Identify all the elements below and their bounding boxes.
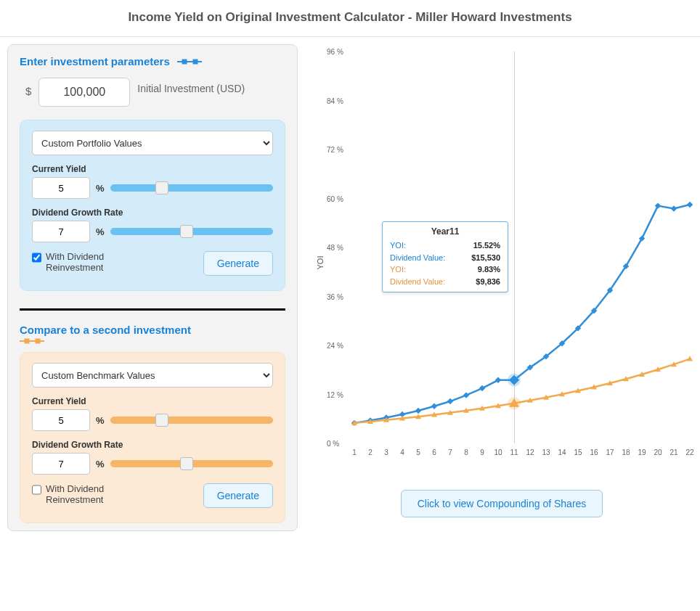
x-tick-label: 13 [542, 448, 550, 456]
x-tick-label: 9 [480, 448, 484, 456]
y-tick-label: 0 % [327, 440, 339, 448]
portfolio-reinvest-checkbox-wrap[interactable]: With Dividend Reinvestment [32, 251, 155, 273]
tooltip-row-value: $9,836 [476, 276, 500, 288]
portfolio-current-yield-slider[interactable] [110, 184, 273, 192]
tooltip-row-label: Dividend Value: [390, 276, 445, 288]
y-tick-label: 36 % [327, 292, 343, 300]
y-tick-label: 72 % [327, 146, 343, 154]
svg-rect-5 [431, 403, 437, 409]
x-tick-label: 10 [494, 448, 502, 456]
x-tick-label: 21 [670, 448, 677, 456]
portfolio-growth-slider[interactable] [110, 228, 273, 235]
x-tick-label: 1 [352, 448, 357, 456]
svg-rect-7 [463, 392, 469, 398]
benchmark-growth-input[interactable] [32, 453, 90, 475]
percent-label: % [96, 459, 105, 469]
currency-symbol: $ [25, 78, 31, 97]
initial-investment-input[interactable] [38, 78, 130, 107]
svg-rect-4 [415, 408, 421, 414]
portfolio-panel: Custom Portfolio Values Current Yield % … [20, 120, 285, 291]
portfolio-values-select[interactable]: Custom Portfolio Values [32, 131, 273, 155]
benchmark-current-yield-slider[interactable] [110, 417, 273, 424]
x-tick-label: 3 [384, 448, 388, 456]
y-tick-label: 96 % [327, 48, 343, 56]
x-tick-label: 19 [638, 448, 646, 456]
view-compounding-button[interactable]: Click to view Compounding of Shares [401, 490, 603, 517]
tooltip-row-value: 9.83% [478, 263, 500, 276]
svg-rect-9 [495, 377, 501, 383]
section-compare-title: Compare to a second investment [20, 324, 285, 336]
benchmark-growth-slider[interactable] [110, 460, 273, 467]
x-tick-label: 17 [606, 448, 614, 456]
x-tick-label: 22 [685, 448, 693, 456]
benchmark-reinvest-label: With Dividend Reinvestment [46, 483, 155, 505]
benchmark-reinvest-checkbox-wrap[interactable]: With Dividend Reinvestment [32, 483, 155, 505]
x-tick-label: 7 [448, 448, 452, 456]
svg-rect-6 [447, 398, 453, 404]
portfolio-reinvest-label: With Dividend Reinvestment [46, 251, 155, 273]
page-title: Income Yield on Original Investment Calc… [0, 0, 700, 37]
x-tick-label: 18 [622, 448, 630, 456]
x-tick-label: 16 [590, 448, 598, 456]
yoi-chart: YOI Year11 YOI:15.52%Dividend Value:$15,… [315, 49, 693, 477]
y-axis-title: YOI [316, 256, 325, 270]
tooltip-row-label: YOI: [390, 263, 406, 276]
benchmark-generate-button[interactable]: Generate [203, 483, 273, 508]
benchmark-reinvest-checkbox[interactable] [32, 485, 41, 495]
portfolio-growth-label: Dividend Growth Rate [32, 208, 273, 218]
x-tick-label: 12 [526, 448, 534, 456]
tooltip-row-value: $15,530 [471, 252, 500, 264]
y-tick-label: 24 % [327, 342, 343, 350]
section-enter-params-title: Enter investment parameters [20, 55, 285, 67]
percent-label: % [96, 415, 105, 426]
series-legend-orange-icon [20, 340, 285, 342]
portfolio-generate-button[interactable]: Generate [203, 251, 273, 276]
tooltip-row-label: YOI: [390, 239, 406, 252]
x-tick-label: 14 [558, 448, 566, 456]
benchmark-current-yield-label: Current Yield [32, 396, 273, 406]
svg-rect-19 [655, 202, 661, 208]
percent-label: % [96, 226, 105, 237]
y-tick-label: 60 % [327, 194, 343, 202]
x-tick-label: 5 [416, 448, 420, 456]
benchmark-panel: Custom Benchmark Values Current Yield % … [20, 352, 285, 523]
tooltip-row-label: Dividend Value: [390, 252, 445, 264]
tooltip-row-value: 15.52% [473, 239, 500, 252]
tooltip-title: Year11 [390, 226, 500, 237]
x-tick-label: 2 [368, 448, 373, 456]
svg-rect-21 [687, 202, 693, 208]
initial-investment-label: Initial Investment (USD) [137, 78, 245, 97]
x-tick-label: 15 [574, 448, 582, 456]
percent-label: % [96, 183, 105, 194]
portfolio-current-yield-label: Current Yield [32, 164, 273, 174]
y-tick-label: 84 % [327, 97, 343, 104]
section-enter-params-label: Enter investment parameters [20, 55, 170, 67]
benchmark-growth-label: Dividend Growth Rate [32, 440, 273, 450]
x-tick-label: 4 [400, 448, 404, 456]
portfolio-current-yield-input[interactable] [32, 177, 90, 199]
svg-marker-43 [687, 356, 693, 361]
chart-tooltip: Year11 YOI:15.52%Dividend Value:$15,530Y… [382, 221, 508, 292]
y-tick-label: 48 % [327, 244, 343, 252]
portfolio-reinvest-checkbox[interactable] [32, 253, 41, 263]
x-tick-label: 6 [432, 448, 436, 456]
benchmark-current-yield-input[interactable] [32, 409, 90, 431]
y-tick-label: 12 % [327, 390, 343, 398]
divider [20, 308, 285, 311]
parameters-panel: Enter investment parameters $ Initial In… [7, 44, 298, 531]
x-tick-label: 8 [464, 448, 468, 456]
portfolio-growth-input[interactable] [32, 221, 90, 242]
x-tick-label: 11 [510, 448, 518, 456]
x-tick-label: 20 [654, 448, 662, 456]
series-legend-blue-icon [177, 61, 202, 62]
section-compare-label: Compare to a second investment [20, 324, 191, 336]
benchmark-values-select[interactable]: Custom Benchmark Values [32, 363, 273, 387]
svg-rect-20 [671, 205, 677, 211]
svg-rect-8 [479, 385, 485, 391]
